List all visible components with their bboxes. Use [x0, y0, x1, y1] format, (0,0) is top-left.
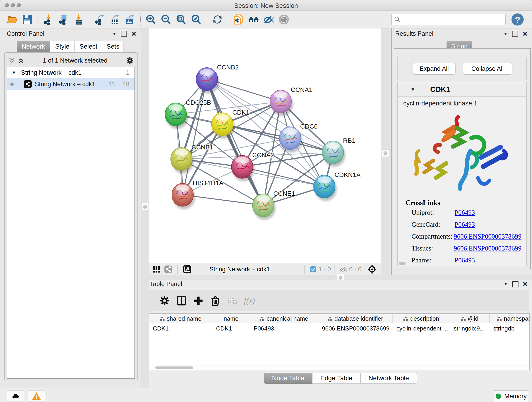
right-splitter-handle[interactable] — [382, 149, 389, 157]
delete-column-icon[interactable] — [209, 294, 222, 307]
column-type-icon — [497, 317, 501, 321]
save-session-button[interactable] — [21, 13, 33, 26]
column-header[interactable]: name — [212, 314, 250, 323]
memory-button[interactable]: Memory — [494, 390, 528, 402]
export-network-button[interactable] — [94, 13, 106, 26]
control-panel-float-icon[interactable] — [121, 31, 127, 37]
table-panel: Table Panel ▼ ✕ f(x) shared name name ca… — [149, 280, 532, 387]
table-options-gear-icon[interactable] — [158, 294, 171, 307]
tab-select[interactable]: Select — [75, 41, 102, 52]
show-all-button[interactable] — [278, 13, 290, 26]
network-node-ccne1[interactable] — [253, 194, 274, 217]
column-header[interactable]: database identifier — [318, 314, 393, 323]
network-options-gear-icon[interactable] — [126, 57, 134, 64]
show-columns-icon[interactable] — [175, 294, 188, 307]
network-node-cdc25b[interactable] — [165, 103, 186, 126]
results-panel-float-icon[interactable] — [512, 31, 518, 37]
expand-all-networks-icon[interactable] — [17, 57, 24, 64]
zoom-fit-button[interactable] — [175, 13, 187, 26]
gene-description: cyclin-dependent kinase 1 — [403, 100, 477, 107]
toolbar-separator — [207, 13, 207, 26]
table-scrollbar-thumb[interactable] — [155, 366, 193, 369]
network-node-ccna1[interactable] — [270, 90, 291, 113]
tab-network-table[interactable]: Network Table — [360, 373, 417, 384]
cloud-status-button[interactable] — [7, 390, 24, 402]
control-panel-collapse-icon[interactable]: ▼ — [112, 32, 117, 36]
left-splitter[interactable] — [141, 28, 149, 388]
uniprot-link[interactable]: P06493 — [455, 209, 475, 221]
node-table[interactable]: shared name name canonical name database… — [149, 313, 530, 370]
first-neighbors-button[interactable] — [247, 13, 260, 26]
birdseye-grid-icon[interactable] — [152, 265, 160, 273]
network-graph[interactable]: CCNB2CCNA1CDC25BCDK1CDC6RB1CCNB1CCNA2CDK… — [149, 28, 381, 263]
table-panel-collapse-icon[interactable]: ▼ — [504, 282, 508, 287]
expand-all-button[interactable]: Expand All — [413, 63, 456, 75]
column-header[interactable]: canonical name — [250, 314, 318, 323]
column-header[interactable]: description — [393, 314, 450, 323]
network-node-hist1h1a[interactable] — [172, 183, 193, 206]
tab-sets[interactable]: Sets — [102, 41, 124, 52]
table-panel-float-icon[interactable] — [512, 281, 519, 287]
add-column-icon[interactable] — [192, 294, 205, 307]
pharos-link[interactable]: P06493 — [455, 256, 475, 268]
export-image-button[interactable] — [124, 13, 136, 26]
tab-edge-table[interactable]: Edge Table — [312, 373, 360, 384]
zoom-selected-button[interactable] — [190, 13, 203, 26]
network-node-cdk1[interactable] — [211, 113, 233, 136]
column-header[interactable]: namespace — [490, 314, 530, 323]
compartments-link[interactable]: 9606.ENSP00000378699 — [454, 233, 521, 245]
network-node-ccnb2[interactable] — [196, 68, 218, 90]
table-panel-title: Table Panel — [150, 281, 182, 288]
collection-expander-icon[interactable]: ▼ — [12, 70, 16, 75]
results-panel-close-icon[interactable]: ✕ — [522, 32, 528, 36]
network-node-rb1[interactable] — [322, 141, 344, 164]
bottom-splitter[interactable] — [149, 275, 532, 280]
right-splitter[interactable] — [381, 28, 390, 275]
open-session-button[interactable] — [6, 13, 18, 26]
zoom-out-button[interactable] — [160, 13, 172, 26]
network-collection-row[interactable]: ▼ String Network – cdk1 1 — [7, 67, 134, 78]
collapse-all-networks-icon[interactable] — [8, 57, 15, 64]
refresh-button[interactable] — [211, 13, 224, 26]
selected-checkbox-icon[interactable] — [310, 266, 317, 273]
search-input[interactable] — [403, 16, 505, 23]
left-splitter-handle[interactable] — [141, 203, 149, 211]
network-node-cdc6[interactable] — [279, 127, 301, 150]
results-scrollbar-thumb[interactable] — [399, 262, 405, 265]
results-panel-collapse-icon[interactable]: ▼ — [503, 32, 508, 36]
control-panel-close-icon[interactable]: ✕ — [131, 32, 137, 36]
genecard-link[interactable]: P06493 — [455, 221, 475, 233]
results-panel-title: Results Panel — [395, 30, 433, 37]
table-horizontal-scrollbar[interactable] — [149, 366, 529, 370]
column-header[interactable]: @id — [450, 314, 490, 323]
zoom-in-button[interactable] — [145, 13, 157, 26]
network-canvas[interactable]: CCNB2CCNA1CDC25BCDK1CDC6RB1CCNB1CCNA2CDK… — [149, 28, 381, 263]
tissues-link[interactable]: 9606.ENSP00000378699 — [454, 245, 521, 256]
network-row[interactable]: String Network – cdk1 11 48 — [7, 78, 134, 90]
network-node-cdkn1a[interactable] — [314, 175, 335, 198]
hidden-eye-icon[interactable] — [340, 265, 347, 273]
tab-node-table[interactable]: Node Table — [264, 373, 312, 384]
open-in-window-icon[interactable] — [183, 265, 191, 274]
import-table-from-file-button[interactable] — [72, 13, 85, 26]
network-node-ccna2[interactable] — [231, 155, 253, 178]
network-node-ccnb1[interactable] — [171, 148, 192, 171]
hide-selected-button[interactable] — [263, 13, 275, 26]
title-bar[interactable]: Session: New Session — [0, 0, 532, 11]
copy-style-button[interactable] — [232, 13, 245, 26]
control-panel: Control Panel ▼ ✕ Network Style Select S… — [0, 28, 141, 388]
help-button[interactable]: ? — [511, 13, 524, 26]
gene-expander-icon[interactable]: ▼ — [411, 87, 415, 92]
tab-network[interactable]: Network — [17, 41, 50, 52]
collapse-all-button[interactable]: Collapse All — [463, 63, 512, 75]
export-table-button[interactable] — [109, 13, 121, 26]
column-header[interactable]: shared name — [149, 314, 212, 323]
tab-style[interactable]: Style — [50, 41, 75, 52]
import-network-from-database-button[interactable] — [57, 13, 70, 26]
table-panel-close-icon[interactable]: ✕ — [523, 282, 528, 287]
import-network-from-file-button[interactable] — [42, 13, 55, 26]
gene-section-header[interactable]: ▼ CDK1 — [398, 82, 526, 97]
fit-selected-crosshair-icon[interactable] — [367, 265, 377, 274]
warning-status-button[interactable] — [28, 390, 45, 402]
network-overview-icon[interactable] — [164, 265, 172, 274]
